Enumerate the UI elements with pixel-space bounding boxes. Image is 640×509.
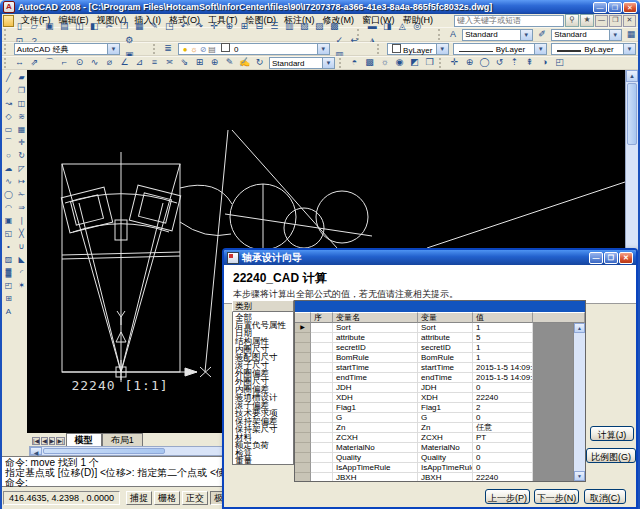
- grid-row[interactable]: GG0: [295, 413, 533, 423]
- layer-previous-icon[interactable]: ↩: [347, 34, 362, 47]
- grid-vertical-scrollbar[interactable]: ▲ ▼: [573, 323, 585, 481]
- dimension-edit-icon[interactable]: ✎: [222, 56, 237, 69]
- tab-model[interactable]: 模型: [66, 433, 102, 446]
- mapping-icon[interactable]: ◩: [407, 56, 422, 69]
- stretch-icon[interactable]: ↦: [16, 175, 28, 188]
- redo-icon[interactable]: ↷: [192, 20, 207, 33]
- quick-dimension-icon[interactable]: ⊿: [132, 56, 147, 69]
- grid-row[interactable]: ▶SortSort1: [295, 323, 533, 333]
- chamfer-icon[interactable]: ◣: [16, 253, 28, 266]
- free-orbit-icon[interactable]: ↺: [492, 56, 507, 69]
- arc-length-icon[interactable]: ⌒: [42, 56, 57, 69]
- dialog-title-bar[interactable]: 轴承设计向导 — ❐ ✕: [224, 250, 636, 265]
- erase-icon[interactable]: ▰: [16, 71, 28, 84]
- fillet-icon[interactable]: ◜: [16, 266, 28, 279]
- zoom-realtime-icon[interactable]: ⊕: [222, 20, 237, 33]
- category-list[interactable]: 全部后置代号属性日期结构属性内圈尺寸装配图尺寸滚子尺寸外圈偏差外圈尺寸内圈偏差装…: [232, 312, 294, 465]
- aligned-dimension-icon[interactable]: ⇗: [27, 56, 42, 69]
- pan-icon[interactable]: ✛: [207, 20, 222, 33]
- designcenter-icon[interactable]: ▥: [282, 20, 297, 33]
- toolbar-grip[interactable]: [438, 29, 444, 39]
- toolbar-grip[interactable]: [4, 58, 10, 68]
- dim-style-combo-2[interactable]: Standard ▼: [269, 57, 335, 69]
- table-style-icon[interactable]: ▦: [624, 28, 638, 41]
- doc-minimize-button[interactable]: —: [595, 15, 608, 27]
- move-icon[interactable]: ✛: [16, 136, 28, 149]
- search-icon[interactable]: ⚲: [565, 14, 579, 27]
- scale-icon[interactable]: ◸: [16, 162, 28, 175]
- paste-icon[interactable]: ▦: [132, 20, 147, 33]
- toolbar-grip[interactable]: [439, 58, 445, 68]
- quick-leader-icon[interactable]: ⇘: [177, 56, 192, 69]
- named-views-icon[interactable]: ◨: [380, 20, 395, 33]
- workspace-settings-icon[interactable]: ⚙: [122, 34, 137, 47]
- break-icon[interactable]: ╳: [16, 227, 28, 240]
- infocenter-search-input[interactable]: [454, 15, 564, 27]
- category-item[interactable]: 重量: [233, 457, 293, 465]
- cancel-button[interactable]: 取消(C): [584, 489, 626, 504]
- materials-icon[interactable]: ◉: [392, 56, 407, 69]
- grid-col-value[interactable]: 值: [473, 312, 533, 323]
- polygon-icon[interactable]: ◇: [3, 110, 15, 123]
- linear-dimension-icon[interactable]: ↔: [12, 56, 27, 69]
- grid-col-varname[interactable]: 变量名: [333, 312, 418, 323]
- calculate-button[interactable]: 计算(J): [590, 426, 634, 441]
- rectangle-icon[interactable]: ▭: [3, 123, 15, 136]
- break-at-point-icon[interactable]: ∣: [16, 214, 28, 227]
- dimension-update-icon[interactable]: ↻: [252, 56, 267, 69]
- constrained-orbit-icon[interactable]: ◯: [477, 56, 492, 69]
- 3d-walk-icon[interactable]: ⇡: [507, 56, 522, 69]
- 3d-zoom-icon[interactable]: ⊕: [462, 56, 477, 69]
- plot-preview-icon[interactable]: ◫: [72, 20, 87, 33]
- ordinate-icon[interactable]: ⌐: [57, 56, 72, 69]
- render-window-icon[interactable]: ❒: [422, 56, 437, 69]
- zoom-window-icon[interactable]: ⊞: [237, 20, 252, 33]
- cut-icon[interactable]: ✂: [102, 20, 117, 33]
- grid-row[interactable]: ZnZn任意: [295, 423, 533, 433]
- scroll-up-icon[interactable]: ▲: [626, 70, 638, 82]
- chevron-down-icon[interactable]: ▼: [520, 30, 532, 40]
- copy-object-icon[interactable]: ❐: [16, 84, 28, 97]
- chevron-down-icon[interactable]: ▼: [322, 58, 334, 68]
- grid-row[interactable]: ZCXHZCXHPT: [295, 433, 533, 443]
- dim-style-manager-icon[interactable]: ✐: [535, 28, 549, 41]
- extend-icon[interactable]: ⇒: [16, 201, 28, 214]
- chevron-down-icon[interactable]: ▼: [436, 44, 448, 54]
- rotate-icon[interactable]: ↻: [16, 149, 28, 162]
- favorites-star-icon[interactable]: ★: [580, 14, 594, 27]
- title-bar[interactable]: A AutoCAD 2008 - [C:\Program Files\Hotca…: [0, 0, 640, 14]
- color-combo[interactable]: ByLayer ▼: [387, 43, 449, 55]
- doc-close-button[interactable]: ✕: [623, 15, 636, 27]
- circle-icon[interactable]: ○: [3, 149, 15, 162]
- table-icon[interactable]: ⊞: [3, 292, 15, 305]
- 3d-fly-icon[interactable]: ⇞: [522, 56, 537, 69]
- save-icon[interactable]: ▣: [42, 20, 57, 33]
- dialog-close-button[interactable]: ✕: [619, 252, 633, 264]
- lineweight-combo[interactable]: ByLayer ▼: [551, 43, 636, 55]
- zoom-previous-icon[interactable]: ⊟: [252, 20, 267, 33]
- angular-icon[interactable]: ∠: [117, 56, 132, 69]
- maximize-button[interactable]: ❐: [608, 2, 622, 13]
- text-style-combo[interactable]: Standard ▼: [462, 29, 533, 41]
- polyline-icon[interactable]: ↝: [3, 97, 15, 110]
- hide-icon[interactable]: ◓: [347, 56, 362, 69]
- grid-row[interactable]: IsAppTimeRuleIsAppTimeRule0: [295, 463, 533, 473]
- make-block-icon[interactable]: ◱: [3, 227, 15, 240]
- copy-icon[interactable]: ❐: [117, 20, 132, 33]
- chevron-down-icon[interactable]: ▼: [609, 30, 621, 40]
- join-icon[interactable]: ∪: [16, 240, 28, 253]
- status-toggle-捕捉[interactable]: 捕捉: [126, 491, 152, 505]
- center-mark-icon[interactable]: ⊕: [207, 56, 222, 69]
- render-icon[interactable]: ▩: [362, 56, 377, 69]
- line-icon[interactable]: ╱: [3, 71, 15, 84]
- grid-row[interactable]: secretIDsecretID1: [295, 343, 533, 353]
- grid-row[interactable]: JBXHJBXH22240: [295, 473, 533, 481]
- grid-col-seq[interactable]: 序: [311, 312, 333, 323]
- scale-view-button[interactable]: 比例图(G): [586, 448, 636, 463]
- camera-icon[interactable]: ◎: [410, 20, 425, 33]
- viewports-icon[interactable]: ▬: [365, 20, 380, 33]
- scroll-down-icon[interactable]: ▼: [574, 471, 585, 481]
- grid-col-var[interactable]: 变量: [418, 312, 473, 323]
- hatch-icon[interactable]: ▨: [3, 253, 15, 266]
- toolbar-grip[interactable]: [4, 44, 10, 54]
